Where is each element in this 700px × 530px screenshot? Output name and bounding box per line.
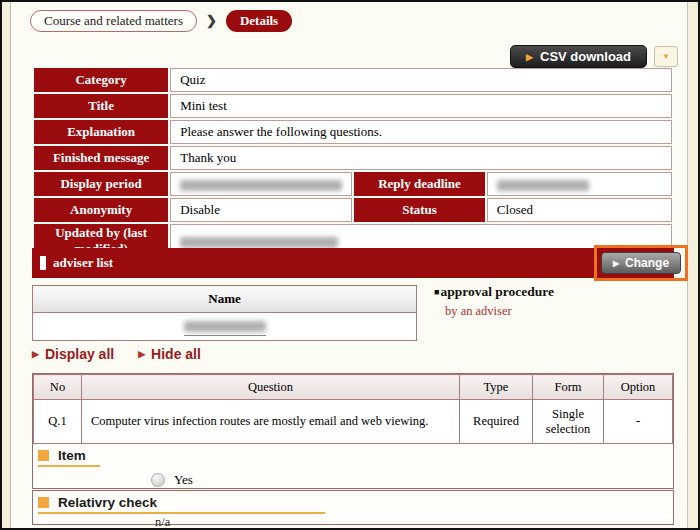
- table-row: Category Quiz: [34, 68, 672, 92]
- row-label: Reply deadline: [354, 172, 485, 196]
- column-header-no: No: [34, 375, 82, 400]
- row-label: Status: [354, 198, 485, 222]
- adviser-list-title: adviser list: [40, 255, 113, 271]
- adviser-name-table: Name: [32, 285, 417, 341]
- table-row: Explanation Please answer the following …: [34, 120, 672, 144]
- play-icon: ▶: [138, 349, 145, 359]
- table-row: Anonymity Disable Status Closed: [34, 198, 672, 222]
- csv-download-label: CSV download: [540, 49, 631, 64]
- question-type: Required: [460, 400, 533, 444]
- square-bullet-icon: ■: [434, 287, 439, 297]
- approval-procedure-title: ■ approval procedure: [434, 284, 554, 300]
- row-label: Title: [34, 94, 168, 118]
- question-option: -: [604, 400, 673, 444]
- blurred-text: [184, 321, 266, 332]
- quick-links: ▶ Display all ▶ Hide all: [32, 346, 201, 362]
- breadcrumb-parent[interactable]: Course and related matters: [30, 10, 197, 32]
- row-label: Anonymity: [34, 198, 168, 222]
- chevron-down-icon: ▼: [662, 52, 670, 61]
- chevron-right-icon: ❯: [206, 13, 217, 29]
- table-header-row: No Question Type Form Option: [34, 375, 673, 400]
- table-row: [33, 313, 417, 341]
- row-value: Disable: [170, 198, 352, 222]
- redacted-value: [487, 172, 672, 196]
- radio-label-yes: Yes: [174, 472, 193, 488]
- play-icon: ▶: [32, 349, 39, 359]
- blurred-text: [180, 237, 338, 248]
- column-header-question: Question: [82, 375, 460, 400]
- question-form: Single selection: [533, 400, 604, 444]
- question-text: Computer virus infection routes are most…: [82, 400, 460, 444]
- redacted-value: [170, 172, 352, 196]
- right-margin-strip: [687, 2, 698, 528]
- change-label: Change: [625, 256, 669, 270]
- blurred-text: [497, 180, 589, 191]
- relativity-section-header: Relativry check: [33, 491, 673, 510]
- row-value: Quiz: [170, 68, 672, 92]
- orange-square-icon: [38, 450, 49, 461]
- relativity-check-value: n/a: [155, 515, 673, 530]
- approval-procedure: ■ approval procedure by an adviser: [434, 284, 554, 319]
- left-margin-strip: [2, 2, 11, 528]
- table-row: Title Mini test: [34, 94, 672, 118]
- change-button[interactable]: ▶ Change: [601, 252, 681, 274]
- adviser-list-label: adviser list: [53, 255, 113, 271]
- row-value: Closed: [487, 198, 672, 222]
- table-row: Finished message Thank you: [34, 146, 672, 170]
- section-underline: [38, 465, 100, 467]
- item-section-title: Item: [58, 448, 86, 463]
- adviser-name-cell: [33, 313, 417, 341]
- row-label: Finished message: [34, 146, 168, 170]
- toolbar: ▶ CSV download ▼: [510, 45, 678, 68]
- details-table: Category Quiz Title Mini test Explanatio…: [32, 66, 674, 260]
- row-label: Explanation: [34, 120, 168, 144]
- blurred-text: [180, 180, 342, 191]
- row-value: Please answer the following questions.: [170, 120, 672, 144]
- breadcrumb: Course and related matters ❯ Details: [30, 10, 292, 32]
- question-no: Q.1: [34, 400, 82, 444]
- adviser-name-link[interactable]: [184, 318, 266, 336]
- column-header-option: Option: [604, 375, 673, 400]
- section-underline: [38, 512, 325, 514]
- table-row: Q.1 Computer virus infection routes are …: [34, 400, 673, 444]
- csv-download-button[interactable]: ▶ CSV download: [510, 45, 647, 68]
- radio-button-yes[interactable]: [151, 473, 165, 487]
- question-table: No Question Type Form Option Q.1 Compute…: [33, 374, 673, 444]
- row-value: Mini test: [170, 94, 672, 118]
- highlight-annotation: ▶ Change: [594, 245, 688, 281]
- row-label: Category: [34, 68, 168, 92]
- approval-procedure-value: by an adviser: [445, 304, 554, 319]
- play-icon: ▶: [613, 259, 619, 268]
- relativity-section-title: Relativry check: [58, 495, 157, 510]
- hide-all-link[interactable]: ▶ Hide all: [138, 346, 201, 362]
- display-all-link[interactable]: ▶ Display all: [32, 346, 114, 362]
- adviser-list-header: adviser list ▶ Change: [32, 248, 674, 278]
- orange-square-icon: [38, 497, 49, 508]
- column-header-type: Type: [460, 375, 533, 400]
- breadcrumb-current: Details: [226, 10, 292, 32]
- relativity-check-section: Relativry check n/a: [32, 490, 674, 525]
- row-label: Display period: [34, 172, 168, 196]
- section-marker-icon: [40, 256, 46, 270]
- name-column-header: Name: [33, 286, 417, 313]
- column-header-form: Form: [533, 375, 604, 400]
- table-row: Display period Reply deadline: [34, 172, 672, 196]
- dropdown-toggle-button[interactable]: ▼: [654, 46, 678, 67]
- question-section: No Question Type Form Option Q.1 Compute…: [32, 373, 674, 489]
- page-frame: Course and related matters ❯ Details ▶ C…: [0, 0, 700, 530]
- play-icon: ▶: [526, 52, 533, 62]
- item-section-header: Item: [33, 444, 673, 463]
- row-value: Thank you: [170, 146, 672, 170]
- answer-option-row: Yes: [151, 472, 673, 488]
